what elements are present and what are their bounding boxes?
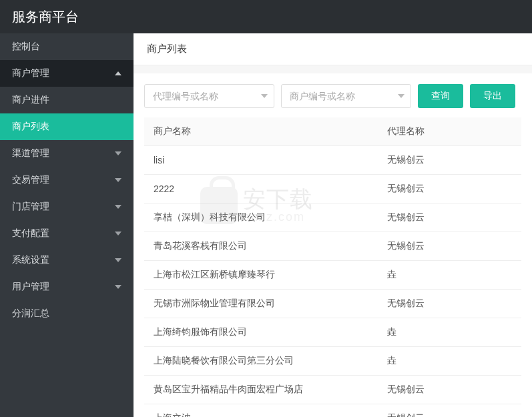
page-title: 商户列表 xyxy=(134,33,532,65)
table-row[interactable]: 上海陆晓餐饮有限公司第三分公司垚 xyxy=(144,347,521,376)
agent-select[interactable] xyxy=(144,84,274,108)
sidebar-item[interactable]: 控制台 xyxy=(0,33,134,60)
chevron-down-icon xyxy=(115,178,121,182)
sidebar-item[interactable]: 商户管理 xyxy=(0,60,134,87)
sidebar-subitem[interactable]: 商户进件 xyxy=(0,87,134,113)
cell-agent-name: 垚 xyxy=(378,318,521,347)
cell-merchant-name: 上海陆晓餐饮有限公司第三分公司 xyxy=(144,347,378,376)
main-content: 商户列表 查询 导出 商户名称 代理名称 xyxy=(134,33,532,417)
cell-merchant-name: 上海市松江区新桥镇摩臻琴行 xyxy=(144,261,378,290)
cell-merchant-name: 2222 xyxy=(144,175,378,203)
merchant-select[interactable] xyxy=(281,84,411,108)
chevron-down-icon xyxy=(115,232,121,236)
chevron-down-icon xyxy=(115,285,121,289)
table-row[interactable]: lisi无锡创云 xyxy=(144,146,521,175)
cell-merchant-name: 无锡市洲际物业管理有限公司 xyxy=(144,290,378,318)
th-agent-name: 代理名称 xyxy=(378,117,521,146)
cell-merchant-name: 上海绮钧服饰有限公司 xyxy=(144,318,378,347)
cell-merchant-name: 青岛花溪客栈有限公司 xyxy=(144,232,378,261)
sidebar-item-label: 商户管理 xyxy=(12,67,49,79)
merchant-table: 商户名称 代理名称 lisi无锡创云2222无锡创云享桔（深圳）科技有限公司无锡… xyxy=(144,117,521,417)
sidebar-item-label: 支付配置 xyxy=(12,228,49,240)
sidebar-item[interactable]: 门店管理 xyxy=(0,193,134,220)
chevron-down-icon xyxy=(115,151,121,155)
app-title: 服务商平台 xyxy=(12,8,79,26)
sidebar-item[interactable]: 支付配置 xyxy=(0,220,134,247)
table-row[interactable]: 2222无锡创云 xyxy=(144,175,521,203)
merchant-input[interactable] xyxy=(281,84,411,108)
sidebar-item-label: 分润汇总 xyxy=(12,308,49,320)
content-card: 查询 导出 商户名称 代理名称 lisi无锡创云2222无锡创云享桔（深圳）科技… xyxy=(134,73,532,417)
sidebar-item[interactable]: 渠道管理 xyxy=(0,140,134,167)
cell-agent-name: 无锡创云 xyxy=(378,290,521,318)
cell-agent-name: 无锡创云 xyxy=(378,146,521,175)
cell-merchant-name: lisi xyxy=(144,146,378,175)
sidebar-subitem[interactable]: 商户列表 xyxy=(0,113,134,140)
cell-merchant-name: 黄岛区宝升福精品牛肉面宏程广场店 xyxy=(144,376,378,404)
cell-merchant-name: 享桔（深圳）科技有限公司 xyxy=(144,203,378,232)
sidebar-item[interactable]: 用户管理 xyxy=(0,274,134,300)
sidebar-item-label: 渠道管理 xyxy=(12,147,49,159)
chevron-down-icon xyxy=(115,205,121,209)
table-row[interactable]: 享桔（深圳）科技有限公司无锡创云 xyxy=(144,203,521,232)
table-row[interactable]: 上海立波无锡创云 xyxy=(144,404,521,418)
chevron-down-icon xyxy=(115,258,121,262)
sidebar-item[interactable]: 系统设置 xyxy=(0,247,134,274)
cell-agent-name: 无锡创云 xyxy=(378,175,521,203)
sidebar-item-label: 系统设置 xyxy=(12,254,49,266)
sidebar-item[interactable]: 分润汇总 xyxy=(0,300,134,327)
table-row[interactable]: 上海市松江区新桥镇摩臻琴行垚 xyxy=(144,261,521,290)
cell-agent-name: 无锡创云 xyxy=(378,203,521,232)
table-header-row: 商户名称 代理名称 xyxy=(144,117,521,146)
sidebar-item[interactable]: 交易管理 xyxy=(0,167,134,193)
table-row[interactable]: 青岛花溪客栈有限公司无锡创云 xyxy=(144,232,521,261)
cell-agent-name: 垚 xyxy=(378,347,521,376)
sidebar-item-label: 控制台 xyxy=(12,41,40,53)
chevron-up-icon xyxy=(115,71,121,75)
cell-agent-name: 无锡创云 xyxy=(378,376,521,404)
sidebar-item-label: 用户管理 xyxy=(12,281,49,293)
table-row[interactable]: 无锡市洲际物业管理有限公司无锡创云 xyxy=(144,290,521,318)
cell-agent-name: 无锡创云 xyxy=(378,404,521,418)
cell-agent-name: 无锡创云 xyxy=(378,232,521,261)
th-merchant-name: 商户名称 xyxy=(144,117,378,146)
cell-agent-name: 垚 xyxy=(378,261,521,290)
export-button[interactable]: 导出 xyxy=(470,84,515,108)
query-button[interactable]: 查询 xyxy=(418,84,463,108)
agent-input[interactable] xyxy=(144,84,274,108)
sidebar-item-label: 门店管理 xyxy=(12,201,49,213)
table-row[interactable]: 黄岛区宝升福精品牛肉面宏程广场店无锡创云 xyxy=(144,376,521,404)
app-header: 服务商平台 xyxy=(0,0,532,33)
cell-merchant-name: 上海立波 xyxy=(144,404,378,418)
sidebar: 控制台商户管理商户进件商户列表渠道管理交易管理门店管理支付配置系统设置用户管理分… xyxy=(0,33,134,417)
table-row[interactable]: 上海绮钧服饰有限公司垚 xyxy=(144,318,521,347)
sidebar-item-label: 交易管理 xyxy=(12,174,49,186)
filter-row: 查询 导出 xyxy=(144,84,521,108)
